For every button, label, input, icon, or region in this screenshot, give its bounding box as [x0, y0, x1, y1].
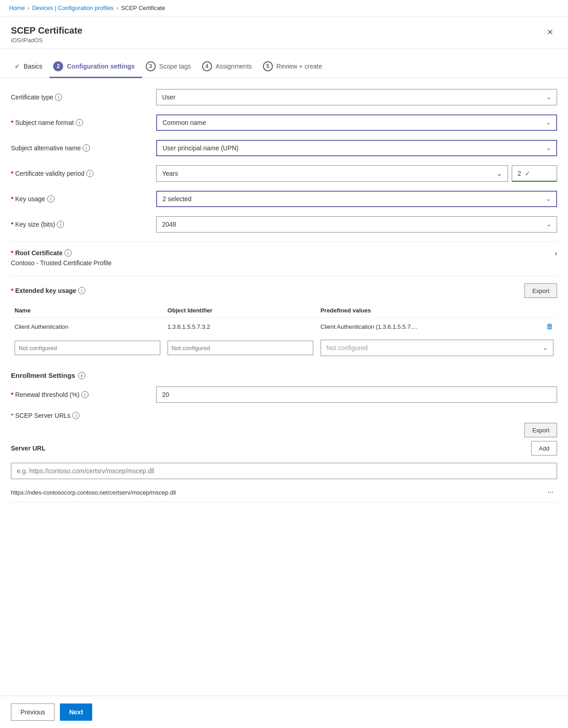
root-cert-chevron-icon[interactable]: ›	[555, 249, 557, 258]
cert-validity-row: * Certificate validity period i Years ⌄ …	[11, 165, 557, 182]
subject-alt-name-dropdown[interactable]: User principal name (UPN) ⌄	[156, 140, 557, 156]
step-configuration[interactable]: 2 Configuration settings	[49, 56, 142, 78]
eku-col-name: Name	[11, 303, 164, 318]
eku-info-icon[interactable]: i	[78, 287, 85, 294]
subject-name-format-value: Common name	[163, 119, 546, 126]
previous-button[interactable]: Previous	[11, 703, 54, 721]
server-url-options-button[interactable]: ···	[544, 487, 557, 497]
breadcrumb: Home › Devices | Configuration profiles …	[0, 0, 568, 16]
subject-name-required-star: *	[11, 119, 13, 126]
scep-label-group: * SCEP Server URLs i	[11, 412, 79, 419]
panel-header: SCEP Certificate iOS/iPadOS ✕	[0, 16, 568, 49]
step-basics-check: ✓	[15, 63, 20, 70]
step-basics[interactable]: ✓ Basics	[11, 57, 49, 77]
subject-alt-name-value: User principal name (UPN)	[163, 144, 546, 152]
eku-row1-name: Client Authentication	[11, 318, 164, 336]
key-usage-dropdown[interactable]: 2 selected ⌄	[156, 191, 557, 207]
page-container: Home › Devices | Configuration profiles …	[0, 0, 568, 728]
eku-row1-oid: 1.3.6.1.5.5.7.3.2	[164, 318, 317, 336]
server-url-input[interactable]	[11, 463, 557, 479]
subject-name-info-icon[interactable]: i	[76, 119, 83, 126]
breadcrumb-sep1: ›	[28, 5, 30, 11]
scep-server-urls-section: * SCEP Server URLs i Export Server URL A…	[11, 412, 557, 502]
eku-export-button[interactable]: Export	[524, 283, 557, 298]
step-configuration-label: Configuration settings	[67, 63, 134, 70]
cert-validity-number-field: 2 ✓	[512, 165, 557, 182]
breadcrumb-home[interactable]: Home	[9, 5, 25, 11]
eku-row1-predefined: Client Authentication (1.3.6.1.5.5.7....…	[317, 318, 557, 336]
eku-oid-input[interactable]	[168, 341, 313, 355]
step-review[interactable]: 5 Review + create	[259, 56, 330, 78]
root-cert-required-star: *	[11, 249, 13, 257]
next-button[interactable]: Next	[60, 703, 92, 721]
renewal-threshold-info-icon[interactable]: i	[81, 391, 89, 398]
panel-subtitle: iOS/iPadOS	[11, 37, 82, 44]
key-size-value: 2048	[162, 221, 547, 228]
step-scope-circle: 3	[146, 61, 156, 71]
steps-bar: ✓ Basics 2 Configuration settings 3 Scop…	[0, 49, 568, 78]
renewal-threshold-input[interactable]	[156, 386, 557, 403]
cert-validity-info-icon[interactable]: i	[86, 170, 94, 177]
subject-name-format-dropdown[interactable]: Common name ⌄	[156, 114, 557, 131]
cert-validity-inputs: Years ⌄ 2 ✓	[156, 165, 557, 182]
eku-required-star: *	[11, 287, 13, 294]
certificate-type-arrow-icon: ⌄	[547, 94, 551, 100]
root-cert-label: Root Certificate	[15, 249, 62, 257]
step-scope[interactable]: 3 Scope tags	[142, 56, 198, 78]
eku-name-input[interactable]	[15, 341, 160, 355]
close-button[interactable]: ✕	[543, 25, 557, 39]
certificate-type-control: User ⌄	[156, 89, 557, 105]
eku-label: Extended key usage	[15, 287, 76, 294]
server-url-value: https://ndes-contosocorp.contoso.net/cer…	[11, 489, 176, 496]
cert-validity-label: * Certificate validity period i	[11, 170, 156, 177]
key-size-control: 2048 ⌄	[156, 216, 557, 233]
cert-validity-number-value: 2	[518, 170, 521, 177]
subject-alt-name-arrow-icon: ⌄	[546, 145, 551, 151]
cert-validity-unit-dropdown[interactable]: Years ⌄	[156, 165, 508, 182]
subject-alt-name-info-icon[interactable]: i	[83, 144, 90, 152]
scep-info-icon[interactable]: i	[72, 412, 79, 419]
step-assignments[interactable]: 4 Assignments	[198, 56, 259, 78]
enrollment-settings-info-icon[interactable]: i	[78, 372, 85, 379]
root-certificate-section: * Root Certificate i Contoso - Trusted C…	[11, 242, 557, 267]
renewal-threshold-label: * Renewal threshold (%) i	[11, 391, 156, 398]
content-area: Certificate type i User ⌄ * Subject name…	[0, 78, 568, 695]
eku-row1-predefined-value: Client Authentication (1.3.6.1.5.5.7....	[321, 323, 543, 330]
eku-empty-oid-cell	[164, 335, 317, 361]
eku-col-predefined: Predefined values	[317, 303, 557, 318]
enrollment-settings-label: Enrollment Settings	[11, 371, 75, 379]
eku-predefined-arrow-icon: ⌄	[543, 345, 548, 351]
renewal-threshold-required-star: *	[11, 391, 13, 398]
subject-name-format-control: Common name ⌄	[156, 114, 557, 131]
scep-add-button[interactable]: Add	[531, 441, 557, 456]
table-row: Client Authentication 1.3.6.1.5.5.7.3.2 …	[11, 318, 557, 336]
subject-alt-name-row: Subject alternative name i User principa…	[11, 140, 557, 156]
eku-label-row: * Extended key usage i	[11, 287, 85, 294]
key-size-info-icon[interactable]: i	[57, 221, 64, 228]
step-review-circle: 5	[263, 61, 273, 71]
eku-row1-delete-icon[interactable]: 🗑	[546, 322, 553, 331]
step-assignments-circle: 4	[202, 61, 212, 71]
certificate-type-dropdown[interactable]: User ⌄	[156, 89, 557, 105]
root-cert-value: Contoso - Trusted Certificate Profile	[11, 259, 112, 267]
scep-label-row: * SCEP Server URLs i	[11, 412, 557, 419]
panel-title-area: SCEP Certificate iOS/iPadOS	[11, 25, 82, 44]
key-usage-info-icon[interactable]: i	[47, 195, 54, 203]
key-size-row: * Key size (bits) i 2048 ⌄	[11, 216, 557, 233]
key-size-label: * Key size (bits) i	[11, 221, 156, 228]
eku-row1-predefined-cell: Client Authentication (1.3.6.1.5.5.7....…	[321, 322, 553, 331]
server-url-row: https://ndes-contosocorp.contoso.net/cer…	[11, 483, 557, 502]
key-usage-row: * Key usage i 2 selected ⌄	[11, 191, 557, 207]
eku-predefined-dropdown[interactable]: Not configured ⌄	[321, 340, 553, 356]
bottom-nav: Previous Next	[0, 695, 568, 728]
server-url-label: Server URL	[11, 445, 45, 452]
subject-alt-name-label: Subject alternative name i	[11, 144, 156, 152]
step-scope-label: Scope tags	[159, 63, 191, 70]
eku-empty-name-cell	[11, 335, 164, 361]
key-usage-value: 2 selected	[163, 195, 546, 203]
key-size-dropdown[interactable]: 2048 ⌄	[156, 216, 557, 233]
root-cert-info-icon[interactable]: i	[64, 249, 72, 257]
certificate-type-info-icon[interactable]: i	[55, 94, 62, 101]
breadcrumb-devices[interactable]: Devices | Configuration profiles	[32, 5, 114, 11]
scep-export-button[interactable]: Export	[524, 423, 557, 437]
